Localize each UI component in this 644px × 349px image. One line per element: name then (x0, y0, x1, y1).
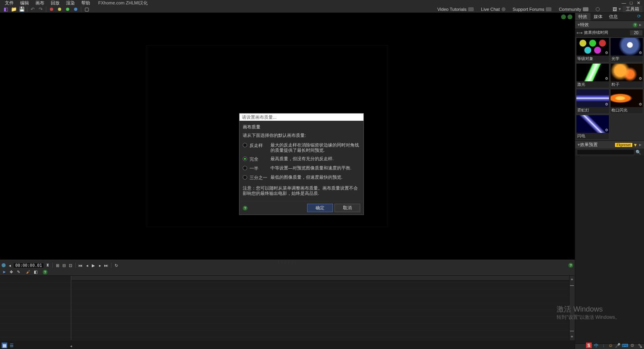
ime-keyboard-icon[interactable]: ⌨ (622, 343, 628, 348)
menu-help[interactable]: 帮助 (78, 0, 93, 6)
goto-end-icon[interactable]: ⏭ (104, 263, 109, 268)
link-community[interactable]: Community (559, 7, 588, 12)
dialog-instruction: 请从下面选择你的默认画布质量: (243, 132, 360, 141)
search-icon[interactable]: 🔍 (634, 150, 642, 155)
toggle-bounds-icon[interactable]: ▢ (83, 6, 90, 12)
effect-muzzle[interactable]: ⚙ 枪口闪光 (610, 89, 644, 114)
effect-optics[interactable]: ⚙ 光学 (610, 37, 644, 62)
timeline-settings-icon[interactable] (2, 263, 6, 267)
tab-media[interactable]: 媒体 (590, 13, 606, 21)
link-live-chat[interactable]: Live Chat (481, 7, 505, 12)
ime-punct-icon[interactable]: ： (601, 343, 606, 348)
tl-tool-a-icon[interactable]: ⊞ (55, 263, 60, 268)
video-icon (468, 7, 474, 11)
canvas-sync-icon[interactable] (561, 14, 566, 19)
ime-lang-button[interactable]: 中 (593, 343, 599, 348)
quality-antialiased-icon[interactable] (48, 6, 55, 12)
effect-lightning[interactable]: ⚙ 闪电 (576, 115, 609, 140)
duration-value[interactable]: 20 (630, 30, 642, 35)
zoom-out-icon[interactable]: — (570, 328, 574, 333)
ok-button[interactable]: 确定 (307, 204, 333, 212)
undo-icon[interactable]: ↶ (29, 6, 36, 12)
brush-tool-icon[interactable]: 🖌 (26, 270, 31, 275)
maximize-button[interactable]: □ (629, 0, 634, 5)
preset-search-input[interactable] (577, 149, 634, 155)
redo-icon[interactable]: ↷ (37, 6, 44, 12)
quality-half-icon[interactable] (64, 6, 71, 12)
cancel-button[interactable]: 取消 (334, 204, 360, 212)
taskbar-app-icon[interactable]: ▦ (2, 343, 7, 348)
effect-laser[interactable]: ⚙ 激光 (576, 63, 609, 88)
open-icon[interactable]: 📁 (10, 6, 17, 12)
ime-engine-icon[interactable]: S (586, 343, 592, 348)
collapse-panel-icon[interactable]: ⟳ (634, 13, 644, 21)
ime-mic-icon[interactable]: 🎤 (615, 343, 621, 348)
timecode-mode-icon[interactable]: ⧗ (45, 263, 50, 268)
timeline-tracks[interactable]: ＋ — — ＋ (0, 276, 575, 340)
forums-icon (546, 7, 551, 11)
close-button[interactable]: ✕ (636, 0, 641, 5)
hscroll-left-icon[interactable]: ◂ (70, 344, 72, 348)
pointer-tool-icon[interactable]: ➤ (2, 270, 6, 275)
taskbar-app2-icon[interactable]: ☰ (9, 343, 14, 348)
ime-emoji-icon[interactable]: ☺ (608, 343, 613, 348)
quality-full-icon[interactable] (56, 6, 63, 12)
tools-help-icon[interactable]: ? (43, 270, 47, 275)
minimize-button[interactable]: — (621, 0, 626, 5)
tab-info[interactable]: 信息 (606, 13, 621, 21)
zoom-in-icon[interactable]: ＋ (570, 334, 574, 339)
scrub-icon[interactable]: ◂ (7, 263, 12, 268)
add-track-icon[interactable]: ＋ (570, 277, 574, 282)
new-project-icon[interactable]: ◧ (2, 6, 9, 12)
next-frame-icon[interactable]: ▸ (97, 263, 102, 268)
tab-effects[interactable]: 特效 (575, 13, 590, 21)
section-menu-icon[interactable]: ▸ (638, 22, 642, 27)
image-tab-icon[interactable]: 🖼 (613, 7, 617, 12)
option-full[interactable]: 完全 最高质量，但没有充分的反走样. (243, 155, 360, 164)
preset-badge: Fkpreset (615, 143, 632, 147)
menu-canvas[interactable]: 画布 (32, 0, 47, 6)
effect-grading[interactable]: ⚙ 等级对象 (576, 37, 609, 62)
goto-start-icon[interactable]: ⏮ (78, 263, 83, 268)
save-icon[interactable]: 💾 (19, 6, 25, 12)
tl-tool-b-icon[interactable]: ⊟ (62, 263, 66, 268)
app-brand: FXhome.com ZHLMI汉化 (98, 0, 148, 6)
loop-icon[interactable]: ↻ (114, 263, 119, 268)
link-video-tutorials[interactable]: Video Tutorials (437, 7, 474, 12)
option-antialiased[interactable]: 反走样 最大的反走样在消除锯齿状边缘的同时对角线的质量提供了最长时间预览. (243, 141, 360, 155)
eraser-tool-icon[interactable]: ◧ (33, 270, 38, 275)
option-third[interactable]: 三分之一 最低的图像质量，但速度最快的预览. (243, 173, 360, 182)
gear-icon: ⚙ (639, 51, 642, 55)
link-globe[interactable] (596, 7, 600, 11)
effect-particles[interactable]: ⚙ 粒子 (610, 63, 644, 88)
timeline-ruler[interactable] (71, 276, 575, 281)
preset-menu-icon[interactable]: ▸ (638, 142, 642, 147)
timeline-help-icon[interactable]: ? (568, 263, 573, 268)
razor-tool-icon[interactable]: ✎ (16, 270, 21, 275)
link-support-forums[interactable]: Support Forums (513, 7, 552, 12)
move-tool-icon[interactable]: ✥ (9, 270, 14, 275)
prev-frame-icon[interactable]: ◂ (85, 263, 89, 268)
ime-handwrite-icon[interactable]: ✎ (637, 343, 642, 348)
canvas-help-icon[interactable] (568, 14, 572, 19)
effect-neon[interactable]: ⚙ 霓虹灯 (576, 89, 609, 114)
tl-tool-c-icon[interactable]: ⊡ (68, 263, 73, 268)
effects-grid: ⚙ 等级对象 ⚙ 光学 ⚙ 激光 ⚙ 粒子 ⚙ 霓虹灯 ⚙ 枪口闪光 ⚙ 闪电 (575, 37, 644, 140)
gear-icon: ⚙ (605, 102, 608, 106)
play-icon[interactable]: ▶ (91, 263, 96, 268)
toolbox-tab[interactable]: 工具箱 (623, 6, 642, 12)
menu-bar: 文件 编辑 画布 回放 渲染 帮助 FXhome.com ZHLMI汉化 — □… (0, 0, 644, 6)
duration-icon: ⟼ (577, 31, 582, 35)
section-help-icon[interactable]: ? (633, 23, 638, 27)
option-half[interactable]: 一半 中等设置—对预览图像质量和速度的平衡. (243, 164, 360, 173)
menu-playback[interactable]: 回放 (47, 0, 63, 6)
quality-third-icon[interactable] (72, 6, 79, 12)
ime-settings-icon[interactable]: ⚙ (630, 343, 635, 348)
timecode-display[interactable]: 00:00:00.01 (14, 263, 43, 268)
dialog-help-icon[interactable]: ? (243, 206, 248, 211)
remove-track-icon[interactable]: — (570, 283, 574, 287)
menu-edit[interactable]: 编辑 (17, 0, 32, 6)
menu-file[interactable]: 文件 (2, 0, 17, 6)
menu-render[interactable]: 渲染 (63, 0, 78, 6)
chevron-down-icon[interactable]: ▼ (633, 142, 638, 147)
